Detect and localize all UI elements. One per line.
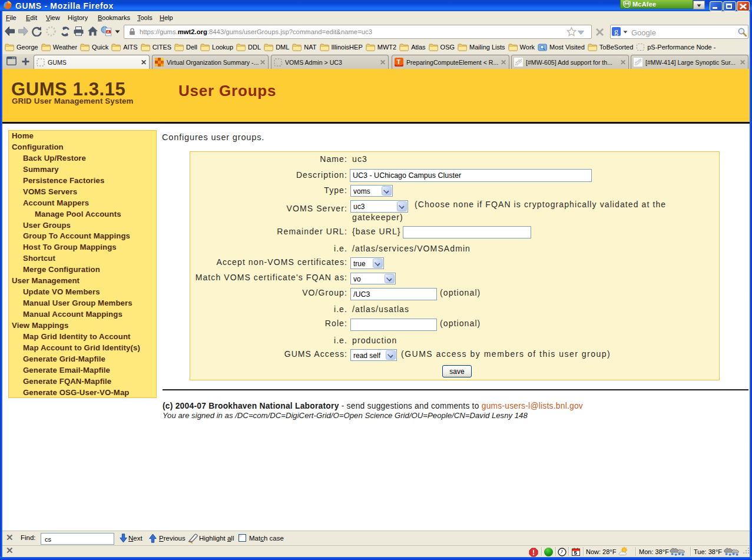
svg-text:✱: ✱ xyxy=(681,553,684,556)
svg-text:✱: ✱ xyxy=(725,552,728,556)
svg-text:✱: ✱ xyxy=(736,553,738,556)
svg-text:✱: ✱ xyxy=(671,552,674,556)
svg-text:✱: ✱ xyxy=(678,552,681,556)
svg-text:5: 5 xyxy=(574,549,578,556)
svg-text:✱: ✱ xyxy=(728,553,731,556)
svg-text:✱: ✱ xyxy=(732,552,735,556)
svg-text:T: T xyxy=(397,58,401,65)
svg-text:✱: ✱ xyxy=(674,553,677,556)
